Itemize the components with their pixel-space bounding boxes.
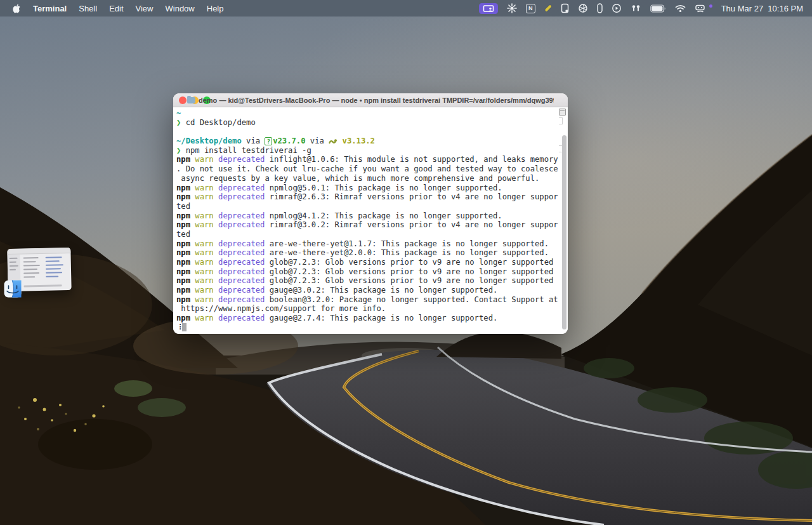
settings-gear-icon[interactable] [507,3,517,14]
apple-logo[interactable] [12,3,21,14]
terminal-line: npm warn deprecated boolean@3.2.0: Packa… [176,295,560,305]
minimize-button[interactable] [191,96,199,104]
menu-bar-clock[interactable]: Thu Mar 27 10:16 PM [721,4,803,13]
menu-item-window[interactable]: Window [166,4,195,13]
terminal-line: ❯ cd Desktop/demo [176,118,560,128]
terminal-title-bar[interactable]: demo — kid@TestDrivers-MacBook-Pro — nod… [173,93,568,107]
play-circle-icon[interactable] [612,3,622,14]
terminal-line: https://www.npmjs.com/support for more i… [176,304,560,314]
terminal-content-area[interactable]: ~❯ cd Desktop/demo~/Desktop/demo via ?v2… [173,107,568,334]
terminal-line: ❯ npm install testdriverai -g [176,146,560,156]
terminal-cursor [182,323,187,331]
terminal-line: npm warn deprecated gauge@3.0.2: This pa… [176,286,560,295]
menu-item-terminal[interactable]: Terminal [33,4,67,13]
notion-icon[interactable]: N [526,4,535,13]
screen-sharing-indicator-icon[interactable] [479,3,498,14]
menu-item-edit[interactable]: Edit [109,4,123,13]
terminal-line: npm warn deprecated npmlog@5.0.1: This p… [176,183,560,193]
wifi-icon[interactable] [675,3,686,14]
terminal-window[interactable]: demo — kid@TestDrivers-MacBook-Pro — nod… [173,93,568,334]
close-button[interactable] [179,96,187,104]
marks-indicator-icon[interactable] [559,109,566,116]
terminal-line: npm warn deprecated glob@7.2.3: Glob ver… [176,276,560,286]
terminal-line: npm warn deprecated rimraf@3.0.2: Rimraf… [176,220,560,230]
terminal-line: async requests by a key value, which is … [176,174,560,183]
command-mark [559,117,563,124]
python-icon [329,136,337,146]
terminal-line: . Do not use it. Check out lru-cache if … [176,164,560,174]
terminal-line: npm warn deprecated rimraf@2.6.3: Rimraf… [176,192,560,202]
terminal-line: ted [176,230,560,239]
terminal-line [176,127,560,136]
terminal-line: ~ [176,109,560,118]
capsule-icon[interactable] [597,3,603,14]
menu-item-help[interactable]: Help [207,4,224,13]
terminal-line: ⠸ [176,323,560,333]
terminal-line: npm warn deprecated are-we-there-yet@2.0… [176,248,560,258]
finder-icon[interactable] [4,280,22,298]
menu-items: TerminalShellEditViewWindowHelp [33,4,224,13]
airpods-icon[interactable] [631,3,641,14]
menu-item-shell[interactable]: Shell [79,4,97,13]
menu-item-view[interactable]: View [136,4,154,13]
terminal-line: npm warn deprecated gauge@2.7.4: This pa… [176,314,560,323]
assistant-icon[interactable] [695,3,706,14]
zoom-button[interactable] [203,96,211,104]
pencil-icon[interactable] [544,3,552,14]
terminal-line: npm warn deprecated npmlog@4.1.2: This p… [176,211,560,221]
aperture-icon[interactable] [578,3,588,14]
terminal-window-title: demo — kid@TestDrivers-MacBook-Pro — nod… [199,96,554,104]
terminal-line: ~/Desktop/demo via ?v23.7.0 via v3.13.2 [176,136,560,146]
notification-dot [709,4,712,8]
desktop[interactable]: TerminalShellEditViewWindowHelp [0,0,812,525]
terminal-output: ~❯ cd Desktop/demo~/Desktop/demo via ?v2… [176,109,560,333]
terminal-line: npm warn deprecated glob@7.2.3: Glob ver… [176,258,560,267]
device-icon[interactable] [561,3,569,14]
terminal-line: ted [176,202,560,211]
battery-icon[interactable] [650,3,666,14]
menu-bar: TerminalShellEditViewWindowHelp [0,0,812,17]
mini-window-titlebar [7,248,70,255]
terminal-line: npm warn deprecated glob@7.2.3: Glob ver… [176,267,560,277]
terminal-scrollbar[interactable] [562,135,566,329]
terminal-line: npm warn deprecated inflight@1.0.6: This… [176,155,560,164]
terminal-line: npm warn deprecated are-we-there-yet@1.1… [176,239,560,249]
